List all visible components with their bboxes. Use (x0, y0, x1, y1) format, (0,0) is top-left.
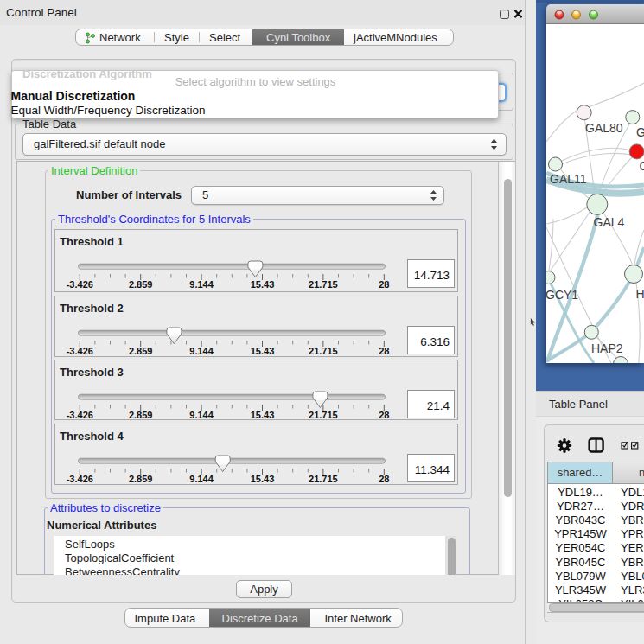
svg-text:-3.426: -3.426 (67, 410, 93, 420)
svg-text:2.859: 2.859 (129, 279, 153, 290)
svg-text:-3.426: -3.426 (67, 474, 93, 484)
svg-text:9.144: 9.144 (189, 346, 214, 356)
svg-text:HAP2: HAP2 (591, 341, 623, 355)
svg-text:15.43: 15.43 (251, 474, 275, 484)
svg-text:GA: GA (636, 125, 644, 139)
svg-text:15.43: 15.43 (251, 346, 275, 356)
svg-text:9.144: 9.144 (189, 410, 214, 420)
svg-text:GAL4: GAL4 (594, 215, 625, 229)
svg-text:2.859: 2.859 (129, 410, 153, 420)
svg-text:15.43: 15.43 (251, 410, 275, 420)
svg-text:28: 28 (379, 474, 389, 484)
svg-text:21.715: 21.715 (309, 346, 338, 356)
svg-text:-3.426: -3.426 (67, 279, 93, 290)
svg-text:28: 28 (379, 410, 389, 420)
svg-text:9.144: 9.144 (189, 279, 214, 290)
svg-text:21.715: 21.715 (309, 410, 338, 420)
svg-text:2.859: 2.859 (129, 474, 153, 484)
svg-text:-3.426: -3.426 (67, 346, 93, 356)
svg-text:GAL80: GAL80 (585, 121, 623, 135)
svg-text:GCY1: GCY1 (546, 288, 578, 302)
svg-text:28: 28 (379, 279, 389, 290)
svg-text:15.43: 15.43 (251, 279, 275, 290)
svg-text:21.715: 21.715 (309, 474, 338, 484)
svg-text:GAL11: GAL11 (550, 172, 587, 186)
svg-text:9.144: 9.144 (189, 474, 214, 484)
svg-text:HI: HI (636, 287, 644, 301)
svg-text:21.715: 21.715 (309, 279, 338, 290)
svg-text:28: 28 (379, 346, 389, 356)
svg-text:CB: CB (640, 159, 644, 173)
svg-text:2.859: 2.859 (129, 346, 153, 356)
